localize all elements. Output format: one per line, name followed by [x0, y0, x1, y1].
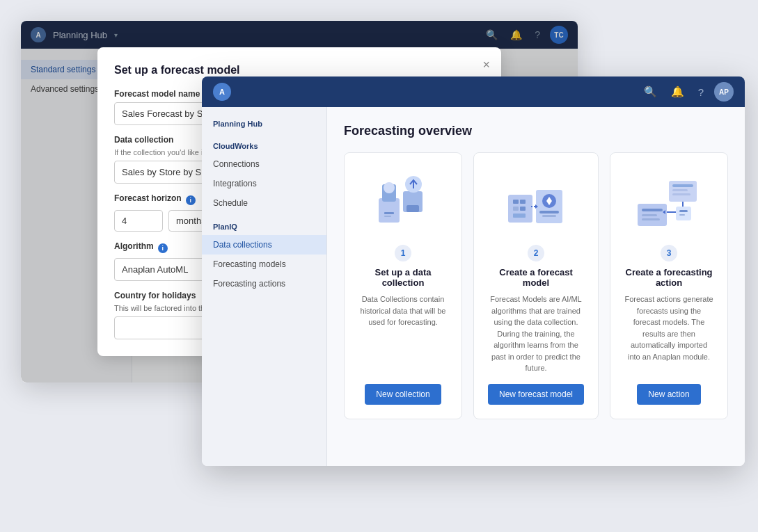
- cloudworks-section: CloudWorks Connections Integrations Sche…: [202, 142, 326, 213]
- front-body: Planning Hub CloudWorks Connections Inte…: [202, 107, 745, 466]
- page-title: Forecasting overview: [344, 124, 728, 138]
- bell-icon[interactable]: 🔔: [668, 86, 688, 98]
- planiq-section: PlanIQ Data collections Forecasting mode…: [202, 223, 326, 293]
- svg-rect-21: [672, 189, 688, 191]
- svg-rect-10: [520, 200, 526, 204]
- modal-close-button[interactable]: ×: [482, 58, 490, 71]
- svg-rect-5: [384, 212, 394, 214]
- card-forecast-model: 2 Create a forecast model Forecast Model…: [473, 152, 599, 419]
- card-title-2: Create a forecast model: [488, 267, 584, 288]
- sidebar-item-schedule[interactable]: Schedule: [202, 193, 326, 213]
- help-icon[interactable]: ?: [695, 86, 707, 98]
- modal-title: Set up a forecast model: [114, 64, 484, 76]
- forecasting-action-illustration: [627, 167, 711, 236]
- front-main: Forecasting overview: [327, 107, 745, 466]
- svg-rect-0: [379, 198, 400, 223]
- planiq-title: PlanIQ: [202, 223, 326, 235]
- sidebar-item-forecasting-actions[interactable]: Forecasting actions: [202, 274, 326, 293]
- svg-point-4: [384, 182, 395, 193]
- svg-rect-12: [520, 207, 526, 211]
- forecast-model-illustration: [494, 167, 578, 236]
- card-desc-3: Forecast actions generate forecasts usin…: [624, 293, 713, 374]
- svg-rect-30: [679, 214, 685, 216]
- svg-rect-24: [642, 209, 663, 211]
- card-step-1: 1: [395, 245, 411, 261]
- search-icon[interactable]: 🔍: [640, 86, 661, 98]
- card-data-collection: 1 Set up a data collection Data Collecti…: [344, 152, 462, 419]
- avatar: AP: [714, 82, 734, 102]
- sidebar-item-data-collections[interactable]: Data collections: [202, 235, 326, 255]
- forecast-horizon-label: Forecast horizon: [114, 193, 182, 203]
- front-logo: A: [213, 83, 231, 101]
- svg-rect-28: [676, 207, 691, 220]
- card-step-3: 3: [661, 245, 677, 261]
- card-desc-1: Data Collections contain historical data…: [358, 293, 448, 374]
- card-title-3: Create a forecasting action: [624, 267, 713, 288]
- front-topbar: A 🔍 🔔 ? AP: [202, 76, 745, 107]
- svg-rect-20: [672, 184, 693, 187]
- sidebar-item-integrations[interactable]: Integrations: [202, 174, 326, 193]
- planning-hub-section: Planning Hub: [202, 120, 326, 132]
- new-forecast-model-button[interactable]: New forecast model: [488, 384, 584, 405]
- svg-rect-25: [642, 214, 657, 216]
- card-step-2: 2: [528, 245, 544, 261]
- horizon-number-select[interactable]: 4 123 56: [114, 210, 163, 232]
- svg-rect-16: [539, 211, 559, 213]
- forecast-horizon-info-icon[interactable]: i: [186, 195, 196, 205]
- svg-rect-11: [513, 207, 519, 211]
- card-forecasting-action: 3 Create a forecasting action Forecast a…: [610, 152, 728, 419]
- cards-row: 1 Set up a data collection Data Collecti…: [344, 152, 728, 419]
- front-window: A 🔍 🔔 ? AP Planning Hub CloudWorks Conne…: [202, 76, 745, 466]
- planning-hub-label: Planning Hub: [202, 120, 326, 132]
- svg-rect-26: [642, 218, 660, 220]
- algorithm-info-icon[interactable]: i: [158, 243, 168, 253]
- sidebar-item-connections[interactable]: Connections: [202, 154, 326, 174]
- svg-rect-6: [384, 216, 391, 217]
- svg-rect-29: [679, 210, 688, 212]
- card-title-1: Set up a data collection: [358, 267, 448, 288]
- svg-rect-22: [672, 193, 690, 195]
- card-desc-2: Forecast Models are AI/ML algorithms tha…: [488, 293, 584, 374]
- svg-rect-9: [513, 200, 519, 204]
- front-sidebar: Planning Hub CloudWorks Connections Inte…: [202, 107, 327, 466]
- cloudworks-title: CloudWorks: [202, 142, 326, 154]
- sidebar-item-forecasting-models[interactable]: Forecasting models: [202, 255, 326, 274]
- algorithm-label: Algorithm: [114, 241, 154, 251]
- svg-rect-13: [513, 213, 526, 218]
- new-action-button[interactable]: New action: [637, 384, 700, 405]
- new-collection-button[interactable]: New collection: [365, 384, 441, 405]
- data-collection-illustration: [361, 167, 445, 236]
- svg-rect-17: [542, 215, 556, 217]
- svg-rect-3: [406, 205, 419, 212]
